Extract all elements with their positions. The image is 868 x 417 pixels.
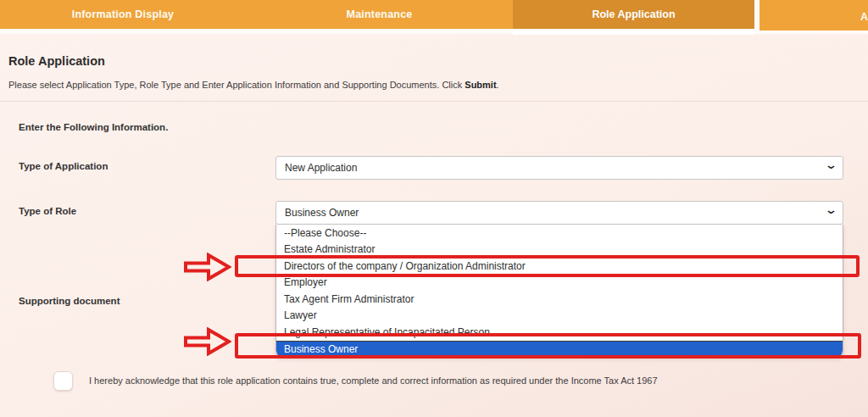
option-please-choose[interactable]: --Please Choose-- [276, 225, 843, 242]
type-of-role-dropdown-list: --Please Choose-- Estate Administrator D… [275, 225, 843, 358]
option-estate-administrator[interactable]: Estate Administrator [276, 242, 843, 259]
subtitle-text: Please select Application Type, Role Typ… [8, 80, 465, 90]
option-tax-agent-firm-administrator[interactable]: Tax Agent Firm Administrator [276, 291, 843, 308]
red-arrow-icon [184, 327, 231, 356]
option-directors-organization-administrator[interactable]: Directors of the company / Organization … [276, 258, 843, 275]
type-of-application-value: New Application [285, 162, 357, 174]
acknowledgement-text: I hereby acknowledge that this role appl… [89, 375, 658, 386]
tab-maintenance[interactable]: Maintenance [246, 0, 513, 29]
type-of-role-select[interactable]: Business Owner ⌄ [275, 201, 843, 225]
tab-partial-right[interactable]: A [760, 3, 868, 31]
type-of-application-select[interactable]: New Application ⌄ [275, 156, 843, 180]
header-divider [0, 101, 868, 102]
type-of-role-label: Type of Role [19, 206, 76, 216]
supporting-document-label: Supporting document [19, 296, 120, 306]
tab-separator-gap [754, 0, 760, 34]
tab-role-application[interactable]: Role Application [513, 0, 754, 29]
option-employer[interactable]: Employer [276, 275, 843, 292]
type-of-application-label: Type of Application [19, 161, 108, 171]
section-heading: Enter the Following Information. [19, 122, 168, 132]
option-business-owner-selected[interactable]: Business Owner [276, 341, 843, 358]
tab-information-display[interactable]: Information Display [0, 0, 246, 29]
page-subtitle: Please select Application Type, Role Typ… [8, 80, 499, 90]
type-of-role-value: Business Owner [285, 207, 359, 219]
page-title: Role Application [8, 54, 105, 68]
red-arrow-icon [184, 253, 231, 281]
role-application-screen: Information Display Maintenance A Role A… [0, 0, 868, 417]
chevron-down-icon: ⌄ [825, 203, 837, 216]
acknowledgement-checkbox[interactable] [53, 371, 73, 391]
subtitle-submit-emphasis: Submit [465, 80, 496, 90]
chevron-down-icon: ⌄ [825, 158, 837, 171]
option-lawyer[interactable]: Lawyer [276, 308, 843, 325]
subtitle-period: . [497, 80, 499, 90]
active-tab-underlay [513, 29, 754, 35]
option-legal-representative[interactable]: Legal Representative of Incapacitated Pe… [276, 324, 843, 341]
